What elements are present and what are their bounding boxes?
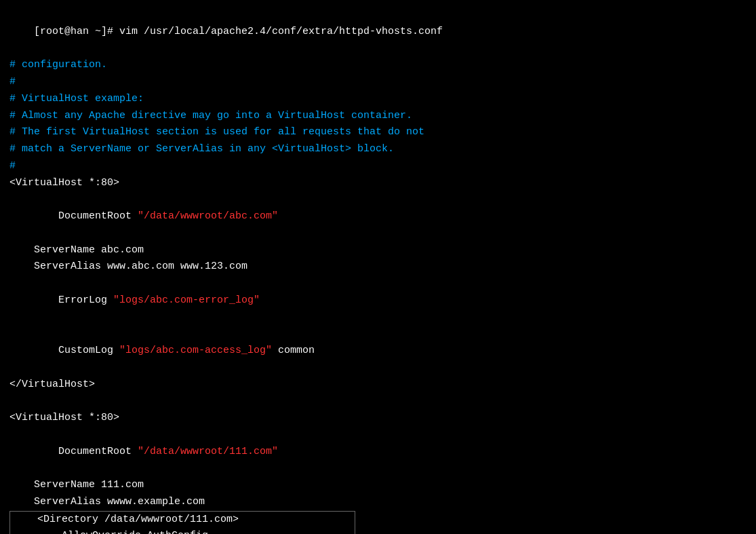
terminal-window: [root@han ~]# vim /usr/local/apache2.4/c… (9, 7, 747, 534)
dir-allowoverride: AllowOverride AuthConfig (10, 528, 355, 534)
dir-open: <Directory /data/wwwroot/111.com> (10, 512, 355, 529)
vhost2-documentroot-value: "/data/wwwroot/111.com" (138, 446, 278, 457)
vhost2-documentroot: DocumentRoot "/data/wwwroot/111.com" (9, 427, 747, 477)
comment-vh-example: # VirtualHost example: (9, 91, 747, 108)
vhost1-documentroot-value: "/data/wwwroot/abc.com" (138, 210, 278, 222)
vhost1-close: </VirtualHost> (9, 377, 747, 394)
vhost1-errorlog-label: ErrorLog (34, 294, 113, 306)
vhost-separator (9, 393, 747, 410)
vhost2-open: <VirtualHost *:80> (9, 410, 747, 427)
vhost1-errorlog-value: "logs/abc.com-error_log" (113, 294, 260, 306)
vhost1-documentroot-label: DocumentRoot (34, 210, 138, 222)
vhost1-customlog-label: CustomLog (34, 345, 119, 356)
prompt-line: [root@han ~]# vim /usr/local/apache2.4/c… (9, 7, 747, 57)
vhost2-servername: ServerName 111.com (9, 477, 747, 494)
comment-config: # configuration. (9, 57, 747, 74)
directory-block-wrapper: <Directory /data/wwwroot/111.com> AllowO… (9, 511, 747, 535)
vhost1-errorlog: ErrorLog "logs/abc.com-error_log" (9, 275, 747, 326)
vhost1-documentroot: DocumentRoot "/data/wwwroot/abc.com" (9, 191, 747, 242)
comment-match: # match a ServerName or ServerAlias in a… (9, 141, 747, 158)
prompt-text: [root@han ~]# vim /usr/local/apache2.4/c… (34, 26, 443, 37)
vhost1-servername: ServerName abc.com (9, 242, 747, 259)
comment-first: # The first VirtualHost section is used … (9, 124, 747, 141)
vhost1-customlog-value: "logs/abc.com-access_log" (119, 345, 272, 356)
vhost2-documentroot-label: DocumentRoot (34, 446, 138, 457)
vhost2-serveralias: ServerAlias wwww.example.com (9, 494, 747, 511)
vhost1-serveralias: ServerAlias www.abc.com www.123.com (9, 259, 747, 275)
vhost1-customlog: CustomLog "logs/abc.com-access_log" comm… (9, 326, 747, 376)
vhost1-customlog-suffix: common (272, 345, 315, 356)
comment-apache: # Almost any Apache directive may go int… (9, 108, 747, 125)
blank2: # (9, 158, 747, 175)
blank1: # (9, 74, 747, 91)
vhost1-open: <VirtualHost *:80> (9, 175, 747, 192)
